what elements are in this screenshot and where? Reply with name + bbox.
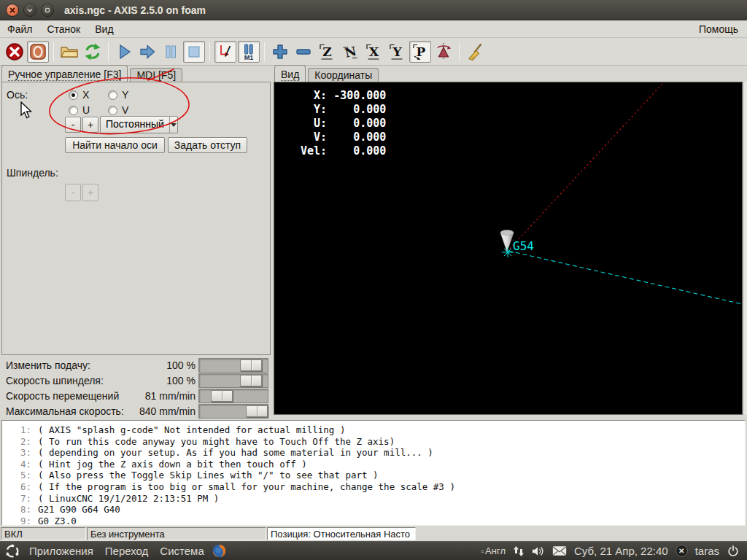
- touch-off-button[interactable]: Задать отступ: [168, 137, 247, 153]
- slider-handle[interactable]: [211, 390, 233, 402]
- gcode-line[interactable]: 7:( LinuxCNC 19/1/2012 2:13:51 PM ): [2, 493, 745, 505]
- reload-file-button[interactable]: [82, 41, 104, 63]
- right-notebook-tabs: Вид Координаты: [274, 66, 381, 82]
- gcode-listing[interactable]: 1:( AXIS "splash g-code" Not intended fo…: [1, 420, 746, 526]
- close-icon: [9, 7, 16, 14]
- backplot-preview[interactable]: X: -300.000 Y: 0.000 U: 0.000 V: 0.000 V…: [274, 82, 743, 415]
- power-icon[interactable]: [727, 545, 740, 558]
- tab-manual-control[interactable]: Ручное управление [F3]: [1, 65, 128, 82]
- zoom-in-button[interactable]: [269, 41, 291, 63]
- window-close-button[interactable]: [6, 4, 19, 17]
- jog-minus-button[interactable]: -: [65, 117, 81, 133]
- gcode-line[interactable]: 3:( depending on your setup. As if you h…: [2, 447, 745, 459]
- username[interactable]: taras: [695, 545, 719, 557]
- pause-program-button[interactable]: [160, 41, 182, 63]
- pause-icon: [161, 42, 180, 61]
- gcode-line[interactable]: 9:G0 Z3.0: [2, 516, 745, 527]
- radio-axis-x[interactable]: [69, 90, 78, 100]
- radio-axis-u[interactable]: [69, 106, 78, 115]
- view-x-button[interactable]: X: [363, 41, 384, 63]
- maximize-icon: [44, 7, 51, 14]
- machine-power-icon: [28, 42, 47, 61]
- rotate-cone-icon: [434, 42, 453, 61]
- zoom-out-button[interactable]: [293, 41, 314, 63]
- stop-program-button[interactable]: [183, 41, 205, 63]
- toggle-optional-pause-button[interactable]: M1: [238, 41, 260, 63]
- estop-button[interactable]: [4, 41, 26, 63]
- radio-axis-y[interactable]: [108, 90, 117, 100]
- menu-file[interactable]: Файл: [0, 21, 39, 37]
- clear-plot-button[interactable]: [464, 41, 486, 63]
- gcode-line[interactable]: 2:( To run this code anyway you might ha…: [2, 436, 745, 448]
- view-y-button[interactable]: Y: [386, 41, 408, 63]
- window-maximize-button[interactable]: [41, 4, 54, 17]
- tab-preview[interactable]: Вид: [274, 65, 306, 82]
- svg-text:X: X: [369, 44, 379, 59]
- stop-icon: [185, 42, 204, 61]
- toggle-skip-lines-button[interactable]: /: [214, 41, 236, 63]
- tab-mdi[interactable]: MDI [F5]: [130, 68, 182, 82]
- gcode-line[interactable]: 4:( Hint jog the Z axis down a bit then …: [2, 459, 745, 470]
- zoom-out-icon: [294, 42, 313, 61]
- menu-view[interactable]: Вид: [88, 21, 120, 37]
- feed-override-slider[interactable]: [198, 358, 268, 373]
- svg-text:Y: Y: [392, 44, 402, 59]
- home-axis-button[interactable]: Найти начало оси: [65, 137, 165, 153]
- broom-icon: [465, 42, 484, 61]
- firefox-icon[interactable]: [212, 543, 227, 559]
- toolbar-separator: [459, 42, 460, 61]
- open-folder-icon: [60, 42, 79, 61]
- volume-icon[interactable]: [532, 545, 545, 557]
- view-z2-button[interactable]: N: [339, 41, 361, 63]
- view-z2-icon: N: [341, 42, 360, 61]
- menu-machine[interactable]: Станок: [39, 21, 88, 37]
- jog-speed-slider[interactable]: [198, 389, 268, 403]
- reload-icon: [83, 42, 102, 61]
- view-z-button[interactable]: Z: [316, 41, 338, 63]
- gnome-panel: Приложения Переход Система ≡ Англ Суб, 2…: [0, 541, 747, 560]
- optional-pause-icon: M1: [239, 42, 258, 61]
- gcode-line[interactable]: 8:G21 G90 G64 G40: [2, 504, 745, 516]
- slider-handle[interactable]: [240, 359, 262, 371]
- spindle-plus-button[interactable]: +: [82, 184, 98, 201]
- step-line-button[interactable]: [136, 41, 158, 63]
- spindle-override-label: Скорость шпинделя:: [6, 373, 104, 388]
- slider-handle[interactable]: [240, 375, 262, 386]
- max-velocity-slider[interactable]: [198, 404, 268, 419]
- panel-menu-system[interactable]: Система: [154, 545, 209, 557]
- spindle-override-slider[interactable]: [198, 373, 268, 388]
- view-z-icon: Z: [317, 42, 336, 61]
- jog-mode-value: Постоянный: [101, 117, 169, 133]
- panel-menu-applications[interactable]: Приложения: [23, 545, 99, 557]
- language-indicator[interactable]: ≡ Англ: [481, 545, 506, 556]
- run-program-button[interactable]: [113, 41, 135, 63]
- toolbar-separator: [108, 42, 109, 61]
- view-p-icon: P: [411, 42, 430, 61]
- view-p-button[interactable]: P: [409, 41, 431, 63]
- jog-mode-dropdown[interactable]: Постоянный: [100, 116, 178, 133]
- panel-menu-places[interactable]: Переход: [99, 545, 155, 557]
- tab-dro[interactable]: Координаты: [308, 68, 379, 82]
- radio-axis-v-label: V: [122, 104, 128, 116]
- menu-help[interactable]: Помощь: [690, 21, 747, 37]
- open-file-button[interactable]: [58, 41, 80, 63]
- feed-trace-line: [508, 251, 742, 304]
- origin-marker-icon: [502, 247, 514, 257]
- system-tray: ≡ Англ Суб, 21 Апр, 22:40 ✕ taras: [481, 545, 747, 558]
- network-arrows-icon[interactable]: [513, 545, 525, 557]
- gcode-line[interactable]: 1:( AXIS "splash g-code" Not intended fo…: [2, 424, 745, 436]
- user-status-icon[interactable]: ✕: [676, 545, 688, 557]
- spindle-minus-button[interactable]: -: [65, 184, 81, 201]
- slider-handle[interactable]: [246, 405, 268, 417]
- machine-power-button[interactable]: [27, 41, 49, 63]
- manual-control-panel: Ось: X Y U V - + Постоянный Найти начало…: [1, 82, 271, 355]
- radio-axis-v[interactable]: [108, 106, 117, 115]
- jog-plus-button[interactable]: +: [82, 117, 98, 133]
- clock[interactable]: Суб, 21 Апр, 22:40: [574, 545, 668, 557]
- mail-icon[interactable]: [552, 545, 567, 556]
- chevron-down-icon: [169, 117, 177, 133]
- window-minimize-button[interactable]: [23, 4, 36, 17]
- gcode-line[interactable]: 5:( Also press the Toggle Skip Lines wit…: [2, 470, 745, 481]
- rotate-view-button[interactable]: [433, 41, 454, 63]
- gcode-line[interactable]: 6:( If the program is too big or small f…: [2, 481, 745, 493]
